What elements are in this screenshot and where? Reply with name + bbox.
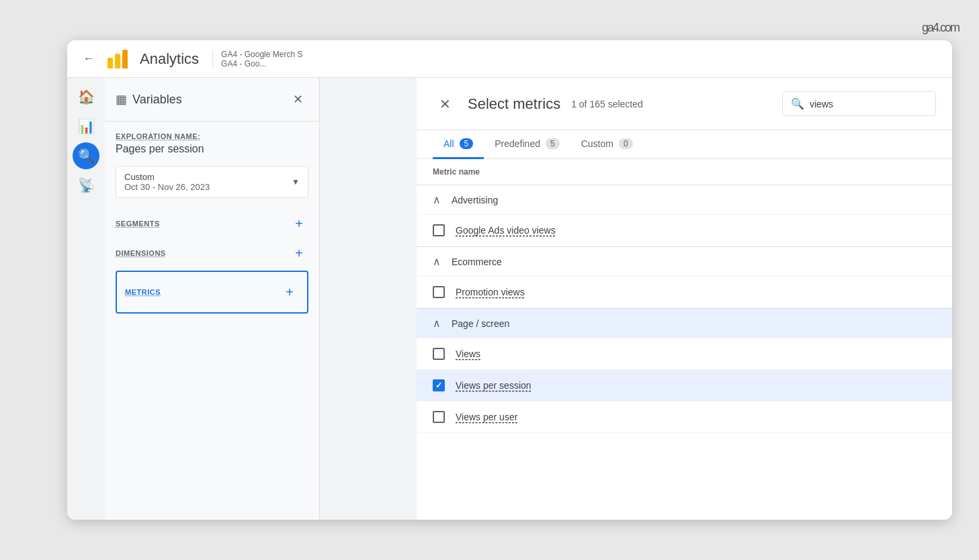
account-info: GA4 - Google Merch S GA4 - Goo...: [212, 50, 302, 68]
variables-close-button[interactable]: ✕: [287, 89, 308, 110]
views-checkbox[interactable]: [433, 348, 445, 360]
variables-icon: ▦: [116, 92, 127, 107]
ga4-logo: ga4.com: [922, 13, 959, 50]
metric-views-per-session[interactable]: Views per session: [417, 370, 952, 402]
tab-predefined-badge: 5: [546, 138, 560, 149]
modal-tabs: All 5 Predefined 5 Custom 0: [417, 130, 952, 159]
views-per-session-checkbox[interactable]: [433, 379, 445, 391]
group-page-screen-header[interactable]: ∧ Page / screen: [417, 309, 952, 338]
tab-predefined[interactable]: Predefined 5: [484, 130, 570, 159]
add-metric-button[interactable]: +: [280, 283, 299, 301]
column-header: Metric name: [417, 159, 952, 185]
page-screen-collapse-icon: ∧: [433, 317, 441, 330]
tab-all-label: All: [443, 138, 454, 149]
modal-title: Select metrics: [468, 95, 560, 113]
chevron-down-icon: ▼: [292, 177, 300, 187]
exploration-name: Pages per session: [116, 143, 308, 155]
analytics-title: Analytics: [140, 50, 199, 68]
search-box[interactable]: 🔍: [782, 91, 936, 116]
date-range-label: Oct 30 - Nov 26, 2023: [124, 182, 210, 192]
dimensions-section-header: DIMENSIONS +: [116, 241, 308, 265]
variables-panel: ▦ Variables ✕ EXPLORATION NAME: Pages pe…: [105, 78, 320, 520]
tab-custom-badge: 0: [619, 138, 633, 149]
group-advertising-header[interactable]: ∧ Advertising: [417, 185, 952, 215]
modal-content: Metric name ∧ Advertising Google Ads vid…: [417, 159, 952, 520]
modal-close-button[interactable]: ✕: [433, 92, 457, 116]
sidebar-icon-reports[interactable]: 📊: [73, 113, 99, 140]
date-preset-label: Custom: [124, 172, 210, 182]
select-metrics-modal: ✕ Select metrics 1 of 165 selected 🔍 All…: [417, 78, 952, 520]
dimensions-label: DIMENSIONS: [116, 249, 166, 257]
content-area: 🏠 📊 🔍 📡 ▦ Variables ✕ EXPLORATION NAME: …: [67, 78, 952, 520]
tab-custom[interactable]: Custom 0: [570, 130, 644, 159]
advertising-collapse-icon: ∧: [433, 193, 441, 206]
segments-label: SEGMENTS: [116, 220, 160, 228]
metric-google-ads-video-views[interactable]: Google Ads video views: [417, 215, 952, 246]
tab-all[interactable]: All 5: [433, 130, 484, 159]
views-label: Views: [456, 348, 480, 359]
search-icon: 🔍: [791, 97, 804, 110]
variables-header: ▦ Variables ✕: [105, 78, 319, 122]
add-dimension-button[interactable]: +: [290, 244, 308, 263]
segments-section-header: SEGMENTS +: [116, 212, 308, 236]
metric-views-per-user[interactable]: Views per user: [417, 402, 952, 433]
promotion-views-label: Promotion views: [456, 287, 525, 297]
variables-content: EXPLORATION NAME: Pages per session Cust…: [105, 122, 319, 520]
ecommerce-group-label: Ecommerce: [452, 256, 502, 267]
analytics-icon: [108, 47, 132, 71]
date-dropdown[interactable]: Custom Oct 30 - Nov 26, 2023 ▼: [116, 166, 308, 198]
add-segment-button[interactable]: +: [290, 214, 308, 233]
exploration-label: EXPLORATION NAME:: [116, 132, 308, 140]
tab-custom-label: Custom: [581, 138, 613, 149]
metric-promotion-views[interactable]: Promotion views: [417, 277, 952, 308]
search-input[interactable]: [810, 99, 927, 109]
views-per-session-label: Views per session: [456, 380, 531, 391]
tab-predefined-label: Predefined: [495, 138, 540, 149]
variables-title-row: ▦ Variables: [116, 92, 182, 107]
metrics-label: METRICS: [125, 288, 161, 296]
metrics-section-header: METRICS +: [125, 280, 299, 304]
modal-count: 1 of 165 selected: [571, 99, 643, 109]
google-ads-video-views-label: Google Ads video views: [456, 225, 556, 236]
top-bar: ← Analytics GA4 - Google Merch S GA4 - G…: [67, 40, 952, 78]
page-screen-group-label: Page / screen: [452, 318, 509, 329]
promotion-views-checkbox[interactable]: [433, 286, 445, 298]
metric-views[interactable]: Views: [417, 338, 952, 370]
sidebar-icon-advertising[interactable]: 📡: [73, 172, 99, 199]
google-ads-video-views-checkbox[interactable]: [433, 224, 445, 236]
account-sub: GA4 - Goo...: [221, 59, 302, 68]
modal-header: ✕ Select metrics 1 of 165 selected 🔍: [417, 78, 952, 130]
back-button[interactable]: ←: [78, 48, 99, 70]
sidebar-icons: 🏠 📊 🔍 📡: [67, 78, 105, 520]
advertising-group-label: Advertising: [452, 195, 498, 205]
metrics-section: METRICS +: [116, 271, 308, 314]
views-per-user-checkbox[interactable]: [433, 411, 445, 423]
main-window: ← Analytics GA4 - Google Merch S GA4 - G…: [67, 40, 952, 520]
tab-all-badge: 5: [460, 138, 474, 149]
account-name: GA4 - Google Merch S: [221, 50, 302, 59]
views-per-user-label: Views per user: [456, 412, 517, 422]
variables-title: Variables: [132, 93, 182, 107]
sidebar-icon-home[interactable]: 🏠: [73, 83, 99, 110]
ecommerce-collapse-icon: ∧: [433, 255, 441, 268]
group-ecommerce-header[interactable]: ∧ Ecommerce: [417, 247, 952, 277]
sidebar-icon-explore[interactable]: 🔍: [73, 142, 99, 169]
